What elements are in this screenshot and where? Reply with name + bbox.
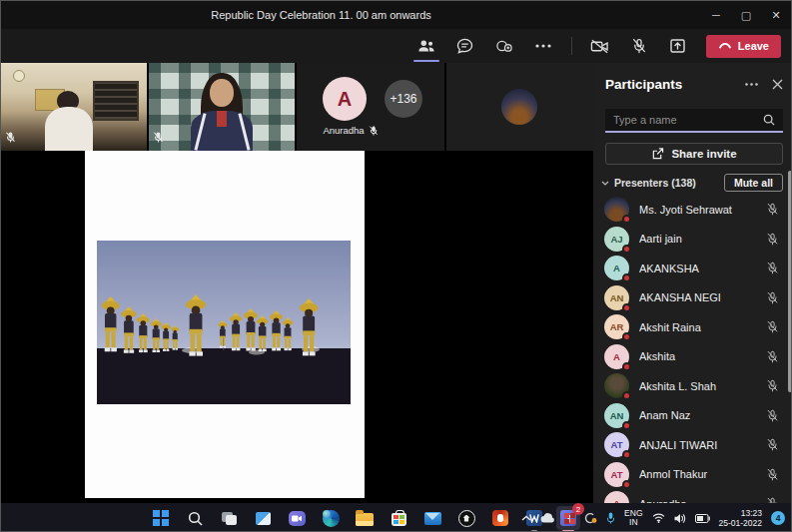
participant-name: Ms. Jyoti Sehrawat <box>639 204 766 216</box>
edge-browser-icon[interactable] <box>319 506 343 530</box>
panel-title: Participants <box>605 77 731 92</box>
meeting-toolbar: Leave <box>1 29 791 63</box>
mute-all-button[interactable]: Mute all <box>724 174 783 192</box>
mic-muted-icon[interactable] <box>766 291 779 304</box>
wifi-icon[interactable] <box>652 513 665 523</box>
share-invite-button[interactable]: Share invite <box>605 143 783 165</box>
circle-app-icon[interactable] <box>454 506 478 530</box>
participant-row[interactable]: A Anuradha <box>593 489 792 503</box>
panel-scrollbar[interactable] <box>788 171 792 392</box>
overflow-count-badge[interactable]: +136 <box>385 80 422 118</box>
presence-busy-dot <box>622 362 631 371</box>
clock[interactable]: 13:23 25-01-2022 <box>719 508 762 528</box>
participant-row[interactable]: Akshita L. Shah <box>593 371 792 401</box>
more-options-icon[interactable] <box>532 35 554 57</box>
microphone-tray-icon[interactable] <box>606 512 615 524</box>
mic-muted-icon[interactable] <box>766 233 779 246</box>
panel-close-icon[interactable] <box>772 79 783 90</box>
search-input[interactable] <box>613 114 763 126</box>
participant-row[interactable]: AJ Aarti jain <box>593 225 792 255</box>
time: 13:23 <box>719 508 762 518</box>
parade-video-frame[interactable] <box>97 241 351 404</box>
avatar: A <box>323 77 367 121</box>
maximize-button[interactable]: ▢ <box>731 1 761 29</box>
volume-icon[interactable] <box>674 513 686 524</box>
leave-button[interactable]: Leave <box>706 35 781 58</box>
avatar: A <box>604 344 629 369</box>
avatar: AR <box>604 314 629 339</box>
office-app-icon[interactable] <box>488 506 512 530</box>
participant-search[interactable] <box>605 109 783 133</box>
hidden-icons-chevron[interactable] <box>521 515 531 521</box>
search-icon <box>763 114 775 126</box>
participant-name: Anam Naz <box>639 409 766 421</box>
notification-count-badge[interactable]: 4 <box>771 511 785 525</box>
mic-muted-icon[interactable] <box>766 379 779 392</box>
security-grid-icon[interactable] <box>564 513 575 524</box>
panel-more-icon[interactable] <box>745 83 758 86</box>
close-button[interactable]: ✕ <box>761 1 791 29</box>
battery-icon[interactable] <box>695 514 710 523</box>
file-explorer-icon[interactable] <box>353 506 377 530</box>
participant-row[interactable]: A AKANKSHA <box>593 254 792 283</box>
mic-muted-icon[interactable] <box>766 320 779 333</box>
windows-taskbar: 2 ENG IN <box>1 503 791 532</box>
sync-icon[interactable] <box>584 512 597 524</box>
avatar: A <box>604 256 629 280</box>
start-button-icon[interactable] <box>149 506 173 530</box>
participant-video-2[interactable] <box>149 63 295 151</box>
widgets-icon[interactable] <box>251 506 275 530</box>
share-invite-icon <box>651 148 664 160</box>
presence-busy-dot <box>622 215 631 224</box>
date: 25-01-2022 <box>719 518 762 528</box>
participant-row[interactable]: AN AKANSHA NEGI <box>593 283 792 313</box>
share-screen-icon[interactable] <box>667 35 689 57</box>
mic-off-icon[interactable] <box>628 35 650 57</box>
participant-row[interactable]: AT Anmol Thakur <box>593 460 792 490</box>
avatar <box>604 373 629 398</box>
participant-avatar-tile[interactable]: A Anuradha +136 <box>297 63 444 151</box>
video-strip: A Anuradha +136 <box>1 63 593 151</box>
meeting-stage: A Anuradha +136 <box>1 63 593 503</box>
mail-app-icon[interactable] <box>420 506 444 530</box>
mic-muted-icon[interactable] <box>766 468 779 481</box>
avatar: AN <box>604 403 629 428</box>
participant-row[interactable]: AT ANJALI TIWARI <box>593 430 792 460</box>
teams-meeting-window: Republic Day Celebration 11. 00 am onwar… <box>0 0 792 532</box>
task-view-icon[interactable] <box>217 506 241 530</box>
presenters-section-header[interactable]: Presenters (138) Mute all <box>601 173 783 193</box>
language-indicator[interactable]: ENG IN <box>624 509 642 527</box>
presence-busy-dot <box>622 421 631 430</box>
presence-busy-dot <box>622 273 631 282</box>
shared-screen-content <box>85 151 365 498</box>
mic-muted-icon[interactable] <box>766 203 779 216</box>
mic-muted-icon[interactable] <box>766 409 779 422</box>
mic-muted-icon[interactable] <box>766 262 779 274</box>
mic-muted-icon <box>5 129 16 147</box>
chat-app-icon[interactable] <box>285 506 309 530</box>
participant-name: AKANSHA NEGI <box>639 291 766 303</box>
participant-row[interactable]: AN Anam Naz <box>593 401 792 431</box>
photo-avatar-tile[interactable] <box>446 63 593 151</box>
window-controls: ─ ▢ ✕ <box>701 1 791 29</box>
mic-muted-icon[interactable] <box>766 438 779 451</box>
breakout-rooms-icon[interactable] <box>493 35 515 57</box>
participant-row[interactable]: Ms. Jyoti Sehrawat <box>593 195 792 225</box>
participant-video-1[interactable] <box>1 63 147 151</box>
participant-list: Ms. Jyoti Sehrawat AJ Aarti jain <box>593 195 792 503</box>
chat-icon[interactable] <box>454 35 476 57</box>
people-icon[interactable] <box>415 35 437 57</box>
minimize-button[interactable]: ─ <box>701 1 731 29</box>
search-taskbar-icon[interactable] <box>183 506 207 530</box>
presence-busy-dot <box>622 332 631 341</box>
hang-up-icon <box>718 42 732 50</box>
onedrive-cloud-icon[interactable] <box>540 513 555 523</box>
participants-panel: Participants Share invite Present <box>593 63 792 503</box>
participant-row[interactable]: AR Akshit Raina <box>593 312 792 342</box>
microsoft-store-icon[interactable] <box>387 506 410 530</box>
participant-row[interactable]: A Akshita <box>593 342 792 372</box>
avatar: AT <box>604 432 629 457</box>
mic-muted-icon[interactable] <box>766 350 779 363</box>
camera-off-icon[interactable] <box>589 35 611 57</box>
avatar: AJ <box>604 227 629 252</box>
